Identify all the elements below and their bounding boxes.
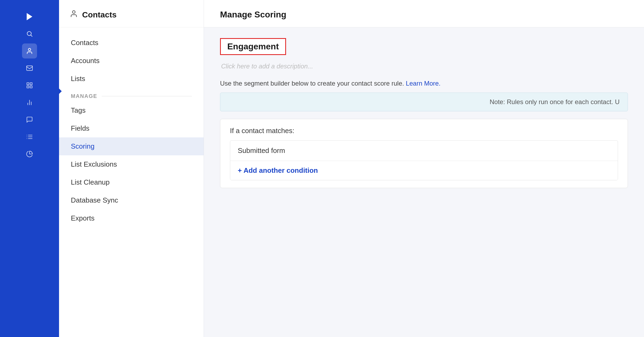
svg-line-1 [31, 35, 32, 36]
info-text-content: Use the segment builder below to create … [220, 80, 404, 87]
sidebar-header-icon [70, 10, 78, 20]
condition-label: If a contact matches: [230, 127, 618, 135]
sidebar-title: Contacts [82, 10, 116, 19]
svg-point-17 [72, 11, 75, 13]
messages-nav-icon[interactable] [22, 112, 37, 127]
sidebar-item-contacts[interactable]: Contacts [59, 34, 204, 52]
svg-point-2 [28, 48, 31, 51]
main-header: Manage Scoring [204, 0, 644, 27]
main-content-area: Manage Scoring Engagement Click here to … [204, 0, 644, 337]
learn-more-link[interactable]: Learn More. [406, 80, 440, 87]
search-icon[interactable] [22, 26, 37, 41]
icon-rail [0, 0, 59, 337]
mail-nav-icon[interactable] [22, 61, 37, 76]
sidebar-section-manage: MANAGE [59, 88, 204, 101]
main-body: Engagement Click here to add a descripti… [204, 27, 644, 337]
sidebar-item-fields[interactable]: Fields [59, 119, 204, 137]
analytics-nav-icon[interactable] [22, 146, 37, 162]
sidebar-item-database-sync[interactable]: Database Sync [59, 191, 204, 209]
svg-rect-7 [30, 86, 32, 88]
svg-rect-6 [27, 86, 29, 88]
add-condition-button[interactable]: + Add another condition [230, 161, 618, 180]
automation-nav-icon[interactable] [22, 78, 37, 93]
condition-row-submitted-form[interactable]: Submitted form [230, 141, 618, 161]
sidebar-item-scoring[interactable]: Scoring [59, 137, 204, 155]
page-title: Manage Scoring [220, 10, 628, 20]
engagement-title-box[interactable]: Engagement [220, 38, 286, 55]
logo-button[interactable] [22, 9, 37, 24]
sidebar: Contacts Contacts Accounts Lists MANAGE … [59, 0, 204, 337]
sidebar-item-exports[interactable]: Exports [59, 209, 204, 227]
sidebar-item-list-exclusions[interactable]: List Exclusions [59, 155, 204, 173]
contacts-nav-icon[interactable] [22, 43, 37, 58]
svg-rect-3 [27, 66, 32, 70]
sidebar-navigation: Contacts Accounts Lists MANAGE Tags Fiel… [59, 27, 204, 234]
note-bar: Note: Rules only run once for each conta… [220, 93, 628, 111]
sidebar-item-accounts[interactable]: Accounts [59, 52, 204, 70]
info-text: Use the segment builder below to create … [220, 80, 628, 87]
condition-box: If a contact matches: Submitted form + A… [220, 119, 628, 188]
sidebar-item-list-cleanup[interactable]: List Cleanup [59, 173, 204, 191]
sidebar-item-tags[interactable]: Tags [59, 101, 204, 119]
engagement-description[interactable]: Click here to add a description... [220, 59, 628, 73]
condition-inner: Submitted form + Add another condition [230, 140, 618, 180]
svg-rect-5 [30, 83, 32, 85]
sidebar-header: Contacts [59, 0, 204, 27]
sidebar-item-lists[interactable]: Lists [59, 70, 204, 88]
lists-nav-icon[interactable] [22, 129, 37, 144]
svg-rect-4 [27, 83, 29, 85]
engagement-title-row: Engagement [220, 38, 628, 55]
reports-nav-icon[interactable] [22, 95, 37, 110]
